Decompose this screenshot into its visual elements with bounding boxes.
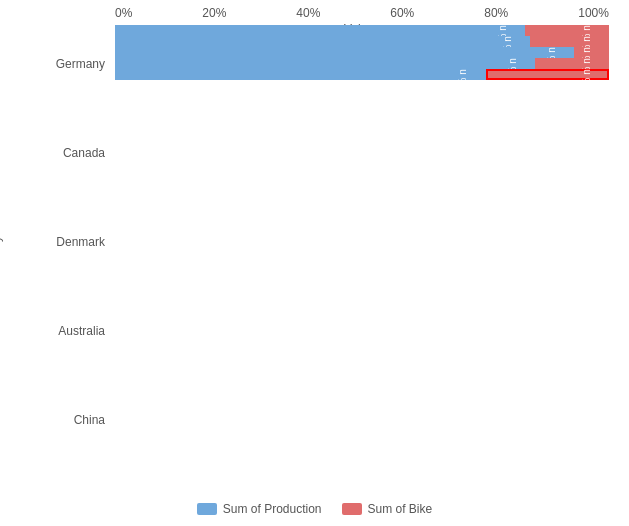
bar-red: 25% num: [486, 69, 610, 80]
bar-blue-label: 93% num: [546, 47, 557, 58]
y-axis-title: Country: [0, 236, 3, 278]
bar-row: 84% num16% num: [115, 36, 609, 47]
legend-label-production: Sum of Production: [223, 502, 322, 516]
x-labels: 0%20%40%60%80%100%: [115, 6, 609, 20]
bar-row: 83% num67% num: [115, 25, 609, 36]
legend-item-production: Sum of Production: [197, 502, 322, 516]
y-axis: GermanyCanadaDenmarkAustraliaChina: [40, 20, 115, 494]
bar-blue-label: 75% num: [457, 69, 468, 80]
x-label: 60%: [390, 6, 414, 20]
legend: Sum of Production Sum of Bike: [20, 502, 609, 516]
y-label: Germany: [56, 57, 105, 71]
bar-blue: 75% num: [115, 69, 486, 80]
x-label: 100%: [578, 6, 609, 20]
bar-blue-label: 83% num: [496, 25, 507, 36]
legend-icon-bike: [342, 503, 362, 515]
bar-blue: 93% num: [115, 47, 574, 58]
bar-row: 93% num07% num: [115, 47, 609, 58]
legend-icon-production: [197, 503, 217, 515]
bar-red: 16% num: [530, 36, 609, 47]
legend-label-bike: Sum of Bike: [368, 502, 433, 516]
bar-red-label: 15% num: [580, 58, 591, 69]
bar-blue: 85% num: [115, 58, 535, 69]
plot-wrapper: 83% num67% num84% num16% num93% num07% n…: [115, 20, 609, 494]
bar-row: 85% num15% num: [115, 58, 609, 69]
bar-blue: 83% num: [115, 25, 525, 36]
bar-red-label: 16% num: [580, 36, 591, 47]
bar-row: 75% num25% num: [115, 69, 609, 80]
y-label: Canada: [63, 146, 105, 160]
x-label: 80%: [484, 6, 508, 20]
bar-red: 67% num: [525, 25, 609, 36]
y-label: Australia: [58, 324, 105, 338]
y-label: China: [74, 413, 105, 427]
legend-item-bike: Sum of Bike: [342, 502, 433, 516]
bar-red-label: 67% num: [580, 25, 591, 36]
chart-container: Country GermanyCanadaDenmarkAustraliaChi…: [0, 0, 629, 526]
bar-red: 07% num: [574, 47, 609, 58]
bar-blue-label: 84% num: [501, 36, 512, 47]
x-label: 20%: [202, 6, 226, 20]
bar-blue: 84% num: [115, 36, 530, 47]
x-label: 40%: [296, 6, 320, 20]
y-label: Denmark: [56, 235, 105, 249]
bars-container: 83% num67% num84% num16% num93% num07% n…: [115, 20, 609, 30]
chart-area: Country GermanyCanadaDenmarkAustraliaChi…: [20, 20, 609, 494]
bar-blue-label: 85% num: [506, 58, 517, 69]
x-label: 0%: [115, 6, 132, 20]
bar-red-label: 07% num: [580, 47, 591, 58]
bar-red: 15% num: [535, 58, 609, 69]
bar-red-label: 25% num: [580, 69, 591, 80]
